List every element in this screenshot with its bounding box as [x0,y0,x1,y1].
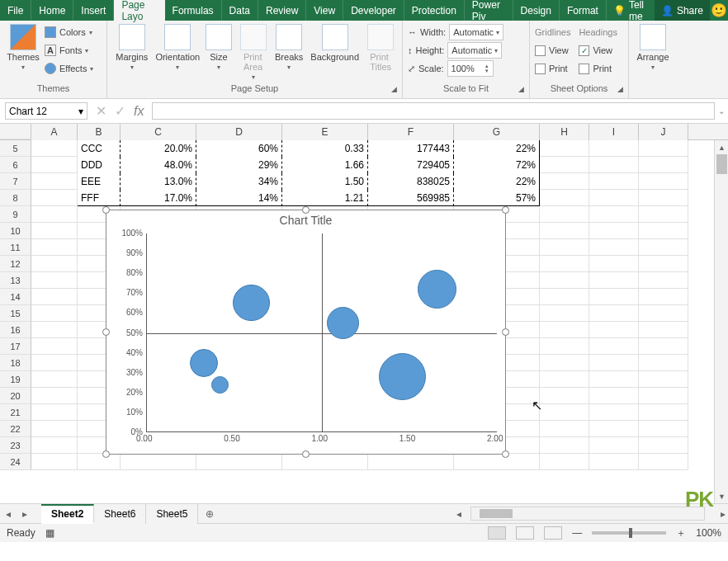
cell[interactable] [540,338,589,355]
cell[interactable]: DDD [78,157,121,173]
cell[interactable] [368,454,454,470]
size-button[interactable]: Size▾ [204,24,234,71]
tab-power-pivot[interactable]: Power Piv [465,0,513,21]
arrange-button[interactable]: Arrange▾ [634,24,672,71]
tab-insert[interactable]: Insert [73,0,114,21]
share-button[interactable]: 👤 Share [655,0,710,21]
cell[interactable] [589,437,639,454]
cell[interactable] [639,355,688,371]
height-select[interactable]: Automatic▾ [447,42,502,59]
worksheet-grid[interactable]: A B C D E F G H I J 5CCC20.0%60%0.331774… [0,124,728,503]
cell[interactable] [31,305,78,322]
cell[interactable]: 569985 [368,190,454,206]
macro-record-icon[interactable]: ▦ [45,527,54,539]
cell[interactable] [589,140,639,157]
chart-object[interactable]: Chart Title 0.000.501.001.502.000%10%20%… [106,210,506,455]
cell[interactable] [121,454,196,470]
cell[interactable] [540,289,589,305]
cell[interactable]: 34% [196,173,282,190]
tab-formulas[interactable]: Formulas [165,0,222,21]
cell[interactable] [31,371,78,388]
gridlines-view-check[interactable]: View [535,42,570,59]
cell[interactable]: 48.0% [121,157,196,173]
cell[interactable] [589,190,639,206]
col-header[interactable]: G [454,124,540,140]
cell[interactable] [31,256,78,272]
row-header[interactable]: 14 [0,289,31,305]
tab-format[interactable]: Format [560,0,607,21]
scroll-thumb[interactable] [716,154,727,174]
cell[interactable] [540,388,589,404]
row-header[interactable]: 8 [0,190,31,206]
cell[interactable] [540,355,589,371]
cell[interactable] [540,322,589,338]
view-page-layout-button[interactable] [516,526,534,540]
scroll-down-icon[interactable]: ▼ [715,489,728,503]
horizontal-scrollbar[interactable] [470,507,705,521]
scroll-thumb[interactable] [480,509,513,518]
cell[interactable] [589,289,639,305]
tell-me[interactable]: 💡 Tell me [607,0,655,21]
row-header[interactable]: 11 [0,239,31,256]
cell[interactable] [31,239,78,256]
cell[interactable] [540,421,589,437]
tab-developer[interactable]: Developer [343,0,404,21]
feedback-smile-icon[interactable]: 🙂 [710,0,728,21]
cell[interactable] [31,173,78,190]
cell[interactable] [639,289,688,305]
cell[interactable] [31,206,78,223]
tab-protection[interactable]: Protection [404,0,465,21]
cell[interactable]: 57% [454,190,540,206]
cell[interactable] [31,223,78,239]
cell[interactable] [540,173,589,190]
cell[interactable]: 20.0% [121,140,196,157]
col-header[interactable]: F [368,124,454,140]
zoom-level[interactable]: 100% [696,527,721,539]
row-header[interactable]: 23 [0,437,31,454]
chart-plot-area[interactable]: 0.000.501.001.502.000%10%20%30%40%50%60%… [146,233,497,432]
resize-handle[interactable] [102,450,110,458]
cell[interactable] [639,322,688,338]
cell[interactable] [454,454,540,470]
view-normal-button[interactable] [488,526,506,540]
cell[interactable] [589,454,639,470]
cell[interactable] [589,338,639,355]
chart-bubble[interactable] [379,353,426,400]
cell[interactable] [639,437,688,454]
col-header[interactable]: D [196,124,282,140]
cell[interactable] [196,454,282,470]
cell[interactable] [589,239,639,256]
chart-bubble[interactable] [190,349,218,377]
row-header[interactable]: 10 [0,223,31,239]
row-header[interactable]: 13 [0,272,31,289]
tab-data[interactable]: Data [222,0,258,21]
col-header[interactable]: H [540,124,589,140]
cell[interactable] [639,404,688,421]
cell[interactable] [589,157,639,173]
sheet-nav-prev[interactable]: ◂ [0,508,17,520]
expand-formula-bar-icon[interactable]: ⌄ [718,106,725,116]
resize-handle[interactable] [102,328,110,336]
cell[interactable]: 29% [196,157,282,173]
resize-handle[interactable] [302,450,310,458]
name-box[interactable]: Chart 12 ▾ [5,102,87,120]
cell[interactable] [589,223,639,239]
spinner-down-icon[interactable]: ▼ [485,68,489,73]
cell[interactable] [589,272,639,289]
tab-home[interactable]: Home [31,0,73,21]
new-sheet-button[interactable]: ⊕ [198,508,221,520]
effects-button[interactable]: Effects▾ [45,60,93,77]
cell[interactable]: CCC [78,140,121,157]
sheet-tab[interactable]: Sheet2 [41,504,94,524]
cell[interactable] [540,239,589,256]
cell[interactable] [31,355,78,371]
row-header[interactable]: 20 [0,388,31,404]
cell[interactable]: 1.66 [282,157,368,173]
print-area-button[interactable]: Print Area▾ [237,24,270,81]
row-header[interactable]: 12 [0,256,31,272]
cell[interactable] [639,256,688,272]
cell[interactable] [639,305,688,322]
cell[interactable] [589,404,639,421]
tab-design[interactable]: Design [513,0,560,21]
print-titles-button[interactable]: Print Titles [364,24,397,72]
